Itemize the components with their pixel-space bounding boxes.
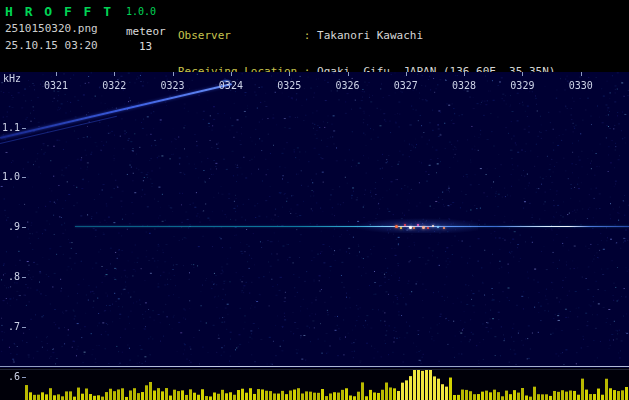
time-tick-label: 0330 bbox=[569, 80, 593, 91]
time-tick bbox=[464, 72, 465, 76]
info-label: Observer bbox=[178, 30, 304, 42]
time-tick-label: 0326 bbox=[335, 80, 359, 91]
header: H R O F F T 1.0.0 2510150320.png meteor … bbox=[0, 0, 629, 72]
meteor-echo-dot bbox=[443, 227, 445, 229]
time-tick bbox=[173, 72, 174, 76]
observation-datetime: 25.10.15 03:20 bbox=[5, 39, 98, 52]
meteor-echo-dot bbox=[395, 225, 398, 228]
time-tick bbox=[56, 72, 57, 76]
time-tick bbox=[348, 72, 349, 76]
time-tick-label: 0323 bbox=[161, 80, 185, 91]
time-tick bbox=[114, 72, 115, 76]
meteor-echo-dot bbox=[437, 226, 439, 228]
freq-unit-label: kHz bbox=[3, 73, 21, 84]
info-value: Takanori Kawachi bbox=[317, 29, 423, 42]
freq-tick-label: .6 bbox=[0, 371, 20, 382]
app-title: H R O F F T bbox=[5, 4, 113, 19]
time-tick bbox=[581, 72, 582, 76]
meteor-echo-dot bbox=[400, 227, 402, 229]
meteor-echo-dot bbox=[413, 227, 415, 229]
meteor-echo-glow bbox=[352, 218, 478, 233]
freq-tick bbox=[22, 227, 26, 228]
time-tick-label: 0322 bbox=[102, 80, 126, 91]
meteor-echo-dot bbox=[422, 226, 425, 229]
meteor-echo-dot bbox=[417, 224, 419, 226]
freq-tick bbox=[22, 327, 26, 328]
time-tick-label: 0321 bbox=[44, 80, 68, 91]
time-tick bbox=[406, 72, 407, 76]
spectrogram: 0321032203230324032503260327032803290330… bbox=[0, 72, 629, 400]
freq-tick bbox=[22, 277, 26, 278]
time-tick bbox=[522, 72, 523, 76]
mode-label: meteor bbox=[126, 25, 166, 38]
freq-tick bbox=[22, 377, 26, 378]
time-tick-label: 0324 bbox=[219, 80, 243, 91]
info-separator: : bbox=[304, 30, 317, 42]
meteor-echo-dot bbox=[432, 225, 434, 227]
freq-tick-label: .9 bbox=[0, 221, 20, 232]
meteor-echo-dot bbox=[404, 224, 406, 226]
meteor-echo-dot bbox=[427, 227, 429, 229]
meteor-echo-dot bbox=[409, 226, 412, 229]
meteor-count: 13 bbox=[139, 40, 152, 53]
app-version: 1.0.0 bbox=[126, 6, 156, 17]
time-tick bbox=[289, 72, 290, 76]
info-row-observer: Observer:Takanori Kawachi bbox=[178, 30, 555, 42]
time-tick-label: 0327 bbox=[394, 80, 418, 91]
freq-tick-label: .7 bbox=[0, 321, 20, 332]
freq-tick bbox=[22, 177, 26, 178]
time-tick-label: 0325 bbox=[277, 80, 301, 91]
signal-level-bars-canvas bbox=[0, 368, 629, 400]
freq-tick bbox=[22, 128, 26, 129]
freq-tick-label: 1.0 bbox=[0, 171, 20, 182]
output-filename: 2510150320.png bbox=[5, 22, 98, 35]
time-tick-label: 0329 bbox=[510, 80, 534, 91]
freq-tick-label: .8 bbox=[0, 271, 20, 282]
freq-tick-label: 1.1 bbox=[0, 122, 20, 133]
hrofft-output-image: H R O F F T 1.0.0 2510150320.png meteor … bbox=[0, 0, 629, 400]
time-tick bbox=[231, 72, 232, 76]
time-tick-label: 0328 bbox=[452, 80, 476, 91]
baseline bbox=[0, 366, 629, 367]
